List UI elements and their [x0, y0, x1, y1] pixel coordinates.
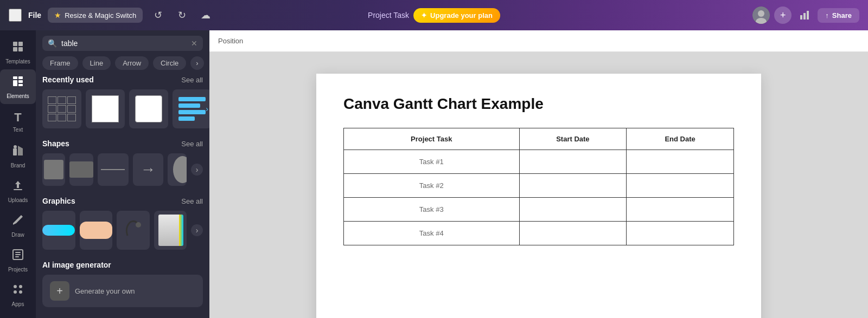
- canvas-content[interactable]: Canva Gantt Chart Example Project Task S…: [209, 52, 868, 318]
- table-row: Task #3: [344, 198, 734, 222]
- draw-label: Draw: [11, 232, 24, 238]
- file-label[interactable]: File: [28, 11, 41, 20]
- svg-point-25: [19, 290, 22, 294]
- draw-icon: [11, 213, 24, 230]
- task-4-end: [627, 222, 734, 245]
- sidebar-item-text[interactable]: T Text: [0, 104, 36, 139]
- sidebar-item-draw[interactable]: Draw: [0, 208, 36, 243]
- svg-rect-5: [807, 11, 809, 20]
- shape-line[interactable]: [98, 153, 128, 186]
- task-2-start: [519, 174, 627, 198]
- recently-used-header: Recently used See all: [42, 75, 203, 84]
- header-end-date: End Date: [627, 128, 734, 150]
- svg-rect-13: [18, 80, 23, 83]
- recently-used-see-all[interactable]: See all: [181, 76, 203, 84]
- task-1-end: [627, 150, 734, 174]
- clear-search-icon[interactable]: ✕: [191, 39, 197, 48]
- shape-arrow[interactable]: →: [133, 153, 163, 186]
- ai-generate-button[interactable]: + Generate your own: [42, 275, 203, 307]
- upgrade-label: Upgrade your plan: [430, 11, 493, 20]
- graphics-see-all[interactable]: See all: [181, 197, 203, 205]
- svg-rect-6: [13, 42, 17, 46]
- sidebar-item-projects[interactable]: Projects: [0, 243, 36, 277]
- topbar-left: File ★ Resize & Magic Switch ↺ ↻ ☁: [9, 7, 214, 24]
- shapes-grid: → ›: [42, 153, 203, 186]
- svg-rect-7: [18, 42, 23, 46]
- task-3-end: [627, 198, 734, 222]
- canvas-toolbar: Position: [209, 30, 868, 52]
- chip-line[interactable]: Line: [82, 56, 111, 70]
- recent-item-4[interactable]: ›: [173, 89, 209, 128]
- upgrade-star-icon: ✦: [421, 11, 427, 20]
- main-layout: Templates Elements T Text Brand Uploads: [0, 30, 868, 318]
- elements-icon: [11, 75, 24, 91]
- avatar[interactable]: [752, 7, 770, 24]
- upgrade-button[interactable]: ✦ Upgrade your plan: [413, 8, 500, 23]
- document-title: Canva Gantt Chart Example: [343, 95, 734, 113]
- sidebar-item-uploads[interactable]: Uploads: [0, 173, 36, 208]
- magic-switch-button[interactable]: ★ Resize & Magic Switch: [48, 8, 143, 23]
- undo-button[interactable]: ↺: [149, 7, 167, 24]
- svg-rect-21: [15, 256, 19, 257]
- search-input[interactable]: [61, 39, 187, 48]
- elements-panel: 🔍 ✕ Frame Line Arrow Circle › Recently u…: [36, 30, 209, 318]
- text-icon: T: [14, 111, 21, 125]
- projects-icon: [11, 248, 24, 264]
- task-1: Task #1: [344, 150, 520, 174]
- uploads-label: Uploads: [8, 197, 28, 203]
- ai-generate-label: Generate your own: [75, 287, 135, 295]
- panel-content: Recently used See all: [36, 75, 209, 318]
- topbar-center: Project Task ✦ Upgrade your plan: [368, 8, 500, 23]
- magic-switch-label: Resize & Magic Switch: [65, 11, 136, 20]
- topbar: File ★ Resize & Magic Switch ↺ ↻ ☁ Proje…: [0, 0, 868, 30]
- task-2: Task #2: [344, 174, 520, 198]
- svg-rect-20: [15, 254, 21, 255]
- analytics-button[interactable]: [796, 7, 813, 24]
- add-collaborator-button[interactable]: +: [774, 7, 792, 24]
- shapes-see-all[interactable]: See all: [181, 140, 203, 148]
- shape-circle[interactable]: [168, 153, 187, 186]
- task-3-start: [519, 198, 627, 222]
- chip-arrow[interactable]: Arrow: [115, 56, 149, 70]
- graphic-item-2[interactable]: [80, 211, 113, 250]
- brand-icon: [11, 144, 24, 160]
- graphic-item-1[interactable]: [42, 211, 75, 250]
- recently-used-grid: ›: [42, 89, 203, 128]
- sidebar-item-templates[interactable]: Templates: [0, 35, 36, 69]
- menu-button[interactable]: [9, 9, 22, 22]
- share-button[interactable]: ↑ Share: [818, 8, 859, 23]
- svg-point-26: [136, 222, 141, 228]
- share-label: Share: [832, 11, 852, 20]
- recent-item-1[interactable]: [42, 89, 81, 128]
- chip-frame[interactable]: Frame: [42, 56, 78, 70]
- task-4-start: [519, 222, 627, 245]
- header-project-task: Project Task: [344, 128, 520, 150]
- sidebar-item-brand[interactable]: Brand: [0, 139, 36, 173]
- graphic-item-4[interactable]: [154, 211, 187, 250]
- sidebar-item-apps[interactable]: Apps: [0, 277, 36, 312]
- apps-icon: [11, 283, 24, 299]
- ai-plus-icon: +: [50, 281, 69, 301]
- svg-rect-4: [803, 13, 806, 20]
- chip-circle[interactable]: Circle: [153, 56, 186, 70]
- graphics-more-button[interactable]: ›: [191, 224, 203, 236]
- recent-item-3[interactable]: [129, 89, 168, 128]
- redo-button[interactable]: ↻: [173, 7, 190, 24]
- shape-rect[interactable]: [69, 153, 93, 186]
- chip-more[interactable]: ›: [190, 56, 203, 70]
- table-header-row: Project Task Start Date End Date: [344, 128, 734, 150]
- sidebar-item-elements[interactable]: Elements: [0, 69, 36, 104]
- topbar-right: + ↑ Share: [752, 7, 859, 24]
- shapes-title: Shapes: [42, 139, 69, 148]
- graphics-grid: ›: [42, 211, 203, 250]
- cloud-save-button[interactable]: ☁: [197, 7, 214, 24]
- ai-section: AI image generator + Generate your own: [42, 261, 203, 307]
- table-row: Task #2: [344, 174, 734, 198]
- graphic-item-3[interactable]: [117, 211, 150, 250]
- shapes-more-button[interactable]: ›: [191, 164, 203, 176]
- sidebar: Templates Elements T Text Brand Uploads: [0, 30, 36, 318]
- recent-item-2[interactable]: [86, 89, 125, 128]
- svg-rect-12: [13, 80, 17, 86]
- shape-square[interactable]: [42, 153, 65, 186]
- ai-title: AI image generator: [42, 261, 203, 269]
